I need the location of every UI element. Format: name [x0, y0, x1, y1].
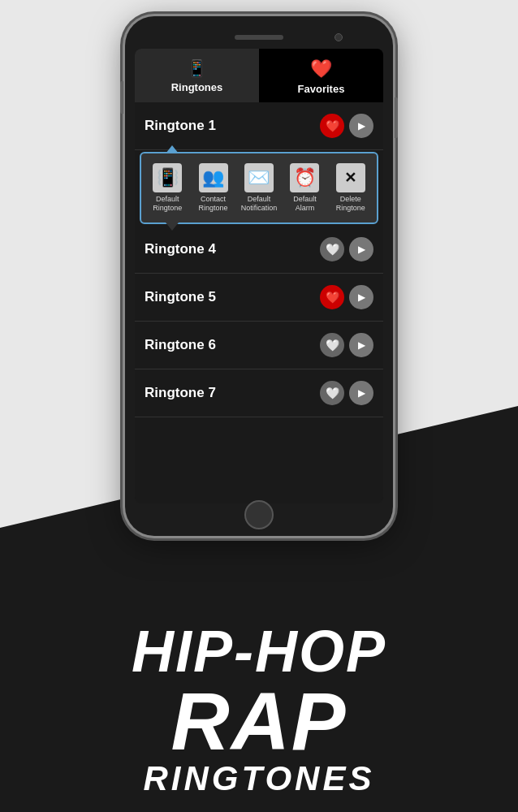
ringtone-7-name: Ringtone 7 [145, 385, 216, 401]
ringtone-5-controls: ❤️ ▶ [320, 285, 373, 309]
power-button [395, 97, 398, 138]
ringtone-1-favorite-btn[interactable]: ❤️ [320, 114, 344, 138]
promo-rap: RAP [0, 680, 518, 762]
home-button[interactable] [244, 500, 274, 529]
tab-favorites[interactable]: ❤️ Favorites [259, 49, 383, 102]
promo-ringtones: RINGTONES [0, 762, 518, 796]
ringtone-4-favorite-btn[interactable]: 🤍 [320, 237, 344, 261]
tab-bar: 📱 Ringtones ❤️ Favorites [135, 49, 383, 102]
context-menu: 📳 Default Ringtone 👥 Contact Ringtone ✉️… [140, 152, 378, 224]
ctx-delete-ringtone-label: Delete Ringtone [333, 195, 369, 213]
delete-ringtone-icon: ✕ [336, 163, 365, 192]
phone-body: 📱 Ringtones ❤️ Favorites Ringtone 1 ❤️ ▶ [125, 16, 393, 536]
ringtone-list: Ringtone 1 ❤️ ▶ 📳 Default Ringtone 👥 Con… [135, 102, 383, 417]
ctx-default-alarm[interactable]: ⏰ Default Alarm [282, 160, 327, 216]
speaker-grill [235, 35, 283, 40]
ringtone-4-controls: 🤍 ▶ [320, 237, 373, 261]
ringtone-7-favorite-btn[interactable]: 🤍 [320, 381, 344, 405]
ringtone-item-5[interactable]: Ringtone 5 ❤️ ▶ [135, 274, 383, 322]
ringtone-item-4[interactable]: Ringtone 4 🤍 ▶ [135, 226, 383, 274]
ringtone-tab-label: Ringtones [171, 81, 223, 93]
volume-button [120, 81, 123, 114]
ctx-default-alarm-label: Default Alarm [287, 195, 322, 213]
ctx-contact-ringtone[interactable]: 👥 Contact Ringtone [190, 160, 235, 216]
ctx-delete-ringtone[interactable]: ✕ Delete Ringtone [328, 160, 373, 216]
phone-screen: 📱 Ringtones ❤️ Favorites Ringtone 1 ❤️ ▶ [135, 49, 383, 503]
favorites-tab-label: Favorites [298, 83, 345, 95]
ringtone-4-name: Ringtone 4 [145, 241, 216, 257]
ringtone-item-6[interactable]: Ringtone 6 🤍 ▶ [135, 322, 383, 369]
phone-device: 📱 Ringtones ❤️ Favorites Ringtone 1 ❤️ ▶ [125, 16, 393, 536]
contact-ringtone-icon: 👥 [199, 163, 228, 192]
ringtone-7-play-btn[interactable]: ▶ [349, 381, 373, 405]
ringtone-4-play-btn[interactable]: ▶ [349, 237, 373, 261]
ringtone-7-controls: 🤍 ▶ [320, 381, 373, 405]
ctx-default-notification-label: Default Notification [241, 195, 278, 213]
phone-bottom-bar [135, 503, 383, 526]
ringtone-6-name: Ringtone 6 [145, 337, 216, 353]
ringtone-item-7[interactable]: Ringtone 7 🤍 ▶ [135, 369, 383, 417]
ringtone-1-name: Ringtone 1 [145, 118, 216, 134]
default-ringtone-icon: 📳 [153, 163, 182, 192]
phone-top-bar [135, 26, 383, 49]
default-alarm-icon: ⏰ [290, 163, 319, 192]
ringtone-6-play-btn[interactable]: ▶ [349, 333, 373, 357]
ringtone-6-controls: 🤍 ▶ [320, 333, 373, 357]
ctx-contact-ringtone-label: Contact Ringtone [195, 195, 231, 213]
ringtone-tab-icon: 📱 [141, 58, 253, 78]
promo-text-block: HIP-HOP RAP RINGTONES [0, 622, 518, 796]
default-notification-icon: ✉️ [244, 163, 274, 192]
ringtone-5-play-btn[interactable]: ▶ [349, 285, 373, 309]
ctx-default-ringtone[interactable]: 📳 Default Ringtone [145, 160, 190, 216]
ringtone-5-name: Ringtone 5 [145, 289, 216, 305]
ringtone-6-favorite-btn[interactable]: 🤍 [320, 333, 344, 357]
ctx-default-notification[interactable]: ✉️ Default Notification [236, 160, 283, 216]
ringtone-1-play-btn[interactable]: ▶ [349, 114, 373, 138]
ctx-default-ringtone-label: Default Ringtone [149, 195, 185, 213]
front-camera [335, 33, 343, 41]
favorites-tab-icon: ❤️ [265, 58, 377, 80]
tab-ringtones[interactable]: 📱 Ringtones [135, 49, 259, 102]
ringtone-item-1[interactable]: Ringtone 1 ❤️ ▶ [135, 102, 383, 150]
ringtone-1-controls: ❤️ ▶ [320, 114, 373, 138]
promo-hiphop: HIP-HOP [0, 622, 518, 680]
ringtone-5-favorite-btn[interactable]: ❤️ [320, 285, 344, 309]
